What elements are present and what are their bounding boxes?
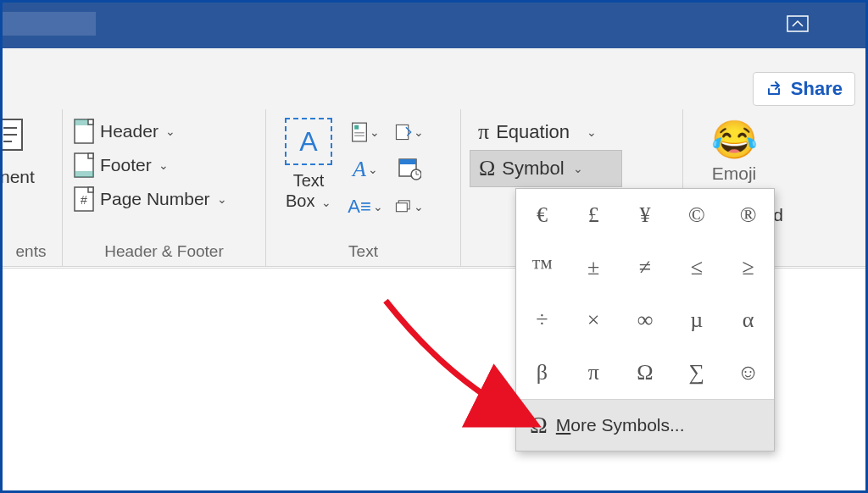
symbol-dropdown-panel: €£¥©®™±≠≤≥÷×∞µαβπΩ∑☺ Ω More Symbols... bbox=[515, 188, 775, 451]
equation-button[interactable]: π Equation ⌄ bbox=[470, 114, 674, 150]
symbol-cell-10[interactable]: ÷ bbox=[516, 294, 568, 346]
chevron-down-icon: ⌄ bbox=[321, 196, 331, 209]
symbol-cell-12[interactable]: ∞ bbox=[620, 294, 671, 346]
symbol-cell-6[interactable]: ± bbox=[568, 241, 620, 294]
equation-label: Equation bbox=[496, 121, 570, 143]
text-box-icon: A bbox=[285, 118, 332, 165]
svg-text:#: # bbox=[81, 193, 87, 207]
chevron-down-icon: ⌄ bbox=[573, 162, 583, 175]
svg-rect-25 bbox=[396, 203, 407, 212]
symbol-cell-1[interactable]: £ bbox=[568, 189, 620, 241]
symbol-cell-19[interactable]: ☺ bbox=[722, 346, 774, 399]
footer-label: Footer bbox=[100, 155, 152, 175]
chevron-down-icon: ⌄ bbox=[587, 125, 597, 139]
symbol-cell-15[interactable]: β bbox=[516, 346, 568, 399]
symbol-cell-4[interactable]: ® bbox=[722, 189, 774, 241]
page-number-button[interactable]: # Page Number ⌄ bbox=[71, 182, 257, 216]
text-box-label: Text Box bbox=[286, 171, 324, 210]
quick-parts-button[interactable]: ⌄ bbox=[351, 118, 380, 147]
symbol-cell-13[interactable]: µ bbox=[670, 294, 722, 346]
more-symbols-label: More Symbols... bbox=[556, 415, 685, 435]
share-button[interactable]: Share bbox=[753, 72, 855, 106]
header-label: Header bbox=[100, 121, 159, 141]
symbol-button[interactable]: Ω Symbol ⌄ bbox=[470, 150, 622, 187]
svg-rect-10 bbox=[88, 153, 93, 158]
svg-rect-15 bbox=[354, 125, 359, 130]
chevron-down-icon: ⌄ bbox=[159, 158, 169, 172]
emoji-button[interactable]: 😂 bbox=[692, 118, 776, 162]
hf-group-label: Header & Footer bbox=[63, 242, 265, 261]
svg-rect-13 bbox=[88, 187, 93, 192]
footer-icon bbox=[73, 152, 95, 179]
symbol-cell-14[interactable]: α bbox=[722, 294, 774, 346]
pi-icon: π bbox=[478, 119, 489, 145]
symbol-cell-11[interactable]: × bbox=[568, 294, 620, 346]
symbol-cell-5[interactable]: ™ bbox=[516, 241, 568, 294]
date-time-button[interactable] bbox=[395, 155, 424, 184]
chevron-down-icon: ⌄ bbox=[165, 125, 175, 138]
svg-rect-7 bbox=[88, 119, 93, 125]
symbol-cell-9[interactable]: ≥ bbox=[722, 241, 774, 294]
share-icon bbox=[765, 80, 784, 98]
symbol-cell-8[interactable]: ≤ bbox=[670, 241, 722, 294]
header-footer-group: Header ⌄ Footer ⌄ # Page Number ⌄ Header… bbox=[63, 109, 266, 266]
comment-icon[interactable] bbox=[0, 118, 31, 158]
share-label: Share bbox=[791, 78, 843, 100]
svg-rect-14 bbox=[353, 123, 367, 141]
symbol-label: Symbol bbox=[502, 158, 564, 180]
wordart-button[interactable]: A⌄ bbox=[351, 155, 380, 184]
document-name-placeholder bbox=[3, 12, 96, 36]
header-button[interactable]: Header ⌄ bbox=[71, 114, 257, 148]
title-bar bbox=[0, 0, 868, 48]
comments-group-label: ents bbox=[0, 242, 62, 261]
signature-line-button[interactable]: ⌄ bbox=[395, 118, 424, 147]
comments-group: nent ents bbox=[0, 109, 63, 266]
text-group-label: Text bbox=[266, 242, 460, 261]
omega-icon: Ω bbox=[530, 412, 548, 439]
object-button[interactable]: ⌄ bbox=[395, 192, 424, 221]
symbol-cell-18[interactable]: ∑ bbox=[670, 346, 722, 399]
collapse-ribbon-button[interactable] bbox=[787, 15, 809, 32]
page-number-icon: # bbox=[73, 186, 95, 213]
keyboard-partial-label: d bbox=[773, 205, 783, 225]
emoji-label: Emoji bbox=[692, 163, 776, 184]
symbol-cell-16[interactable]: π bbox=[568, 346, 620, 399]
more-symbols-button[interactable]: Ω More Symbols... bbox=[516, 399, 774, 451]
symbol-cell-17[interactable]: Ω bbox=[620, 346, 671, 399]
svg-rect-9 bbox=[75, 171, 93, 177]
header-icon bbox=[73, 118, 95, 145]
symbol-cell-7[interactable]: ≠ bbox=[620, 241, 671, 294]
symbol-cell-0[interactable]: € bbox=[516, 189, 568, 241]
page-number-label: Page Number bbox=[100, 189, 210, 209]
symbol-cell-2[interactable]: ¥ bbox=[620, 189, 671, 241]
drop-cap-button[interactable]: A≡⌄ bbox=[351, 192, 380, 221]
chevron-down-icon: ⌄ bbox=[217, 192, 227, 206]
footer-button[interactable]: Footer ⌄ bbox=[71, 148, 257, 182]
text-group: A Text Box ⌄ ⌄ ⌄ A⌄ A≡⌄ ⌄ Text bbox=[266, 109, 461, 266]
symbol-cell-3[interactable]: © bbox=[670, 189, 722, 241]
svg-rect-0 bbox=[787, 16, 808, 31]
comment-label-partial: nent bbox=[0, 167, 53, 187]
svg-rect-20 bbox=[399, 159, 416, 164]
omega-icon: Ω bbox=[479, 156, 495, 181]
